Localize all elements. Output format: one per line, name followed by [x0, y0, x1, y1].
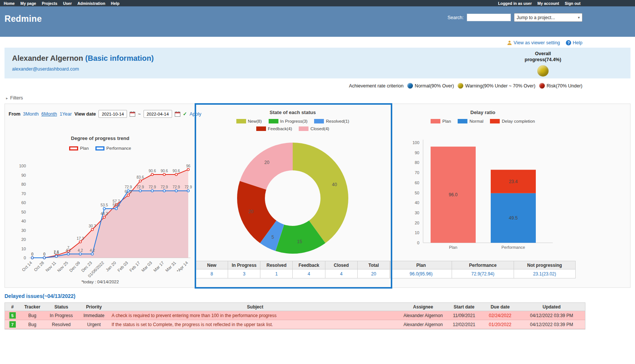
closed-swatch-icon [299, 126, 308, 131]
overall-progress: Overall progress(74.4%) [520, 51, 566, 77]
top-menu-right: Logged in as user My account Sign out [498, 1, 631, 6]
app-header: Redmine Search: Jump to a project... ▾ [0, 6, 635, 37]
delay-header-not-progressing: Not progressing [514, 261, 576, 269]
delay-value-not-progressing[interactable]: 23.1(23.02) [514, 269, 576, 278]
status-header-feedback: Feedback [293, 261, 325, 269]
menu-administration[interactable]: Administration [77, 1, 105, 6]
issue-subject-link[interactable]: A check is required to prevent entering … [110, 311, 400, 320]
menu-help[interactable]: Help [111, 1, 119, 6]
help-label: Help [573, 40, 582, 45]
range-1year-link[interactable]: 1Year [60, 111, 72, 117]
svg-text:20: 20 [415, 221, 419, 225]
view-as-viewer-link[interactable]: View as viewer setting [507, 40, 560, 45]
svg-text:0: 0 [43, 252, 45, 256]
basic-information-label: (Basic information) [85, 54, 154, 62]
help-icon: ? [566, 40, 571, 45]
status-value-feedback[interactable]: 4 [293, 269, 325, 278]
status-value-closed[interactable]: 4 [325, 269, 358, 278]
overall-progress-indicator [537, 65, 549, 77]
status-value-resolved[interactable]: 1 [260, 269, 293, 278]
svg-text:20: 20 [265, 160, 270, 165]
status-value-total[interactable]: 20 [358, 269, 390, 278]
menu-user[interactable]: User [63, 1, 72, 6]
svg-text:Mar 17: Mar 17 [153, 260, 165, 273]
issue-tracker: Bug [20, 311, 45, 320]
normal-dot-icon [407, 83, 413, 89]
view-as-viewer-label: View as viewer setting [514, 40, 560, 45]
issue-priority: Immediate [78, 311, 110, 320]
svg-text:Jan 20: Jan 20 [105, 260, 117, 272]
legend-new-label: New(8) [248, 119, 262, 123]
svg-text:100: 100 [413, 140, 419, 145]
user-full-name: Alexander Algernon [12, 54, 83, 62]
svg-text:72.9: 72.9 [160, 185, 168, 189]
svg-text:53.5: 53.5 [101, 203, 108, 207]
svg-text:72.9: 72.9 [137, 185, 144, 189]
svg-text:100: 100 [19, 164, 26, 168]
calendar-icon[interactable] [130, 111, 135, 117]
menu-sign-out[interactable]: Sign out [565, 1, 581, 6]
col-header-start-date: Start date [446, 303, 482, 311]
date-from-input[interactable] [98, 110, 127, 118]
svg-text:0: 0 [31, 252, 33, 256]
calendar-icon[interactable] [175, 111, 180, 117]
svg-text:Nov 11: Nov 11 [45, 260, 57, 273]
status-value-in-progress[interactable]: 3 [228, 269, 260, 278]
issue-id-badge[interactable]: 5 [9, 312, 16, 319]
date-to-input[interactable] [144, 110, 172, 118]
project-jump-select[interactable]: Jump to a project... ▾ [514, 13, 582, 22]
issue-id-badge[interactable]: 7 [9, 321, 16, 328]
svg-text:Plan: Plan [449, 245, 457, 250]
issue-due-date: 01/20/2022 [482, 320, 518, 329]
performance-swatch-icon [95, 146, 104, 150]
range-3month-link[interactable]: 3Month [23, 111, 39, 117]
bar-normal-swatch-icon [458, 119, 467, 123]
issue-status: In Progress [45, 311, 78, 320]
legend-in-progress: In Progress(3) [269, 119, 308, 123]
svg-text:30: 30 [21, 228, 26, 233]
issue-id-cell: 7 [5, 320, 20, 329]
menu-projects[interactable]: Projects [42, 1, 57, 6]
menu-home[interactable]: Home [4, 1, 15, 6]
menu-my-page[interactable]: My page [20, 1, 36, 6]
today-footnote: *today : 04/14/2022 [5, 280, 195, 284]
bar-chart-legend: Plan Normal Delay completion [390, 119, 576, 123]
progress-trend-chart: 0102030405060708090100Oct 14Oct 28Nov 11… [6, 153, 194, 278]
status-summary-table: New In Progress Resolved Feedback Closed… [195, 261, 390, 278]
delay-value-performance[interactable]: 72.9(72.94) [452, 269, 514, 278]
svg-text:40: 40 [332, 182, 337, 187]
svg-text:90.6: 90.6 [148, 169, 156, 173]
svg-text:Feb 17: Feb 17 [129, 260, 141, 273]
status-header-resolved: Resolved [260, 261, 293, 269]
svg-text:40: 40 [21, 219, 26, 223]
legend-delay-completion: Delay completion [490, 119, 535, 123]
feedback-swatch-icon [256, 126, 266, 131]
issue-priority: Urgent [78, 320, 110, 329]
delay-ratio-column: Delay ratio Plan Normal Delay completion… [390, 104, 576, 287]
range-6month-link[interactable]: 6Month [41, 111, 57, 117]
menu-my-account[interactable]: My account [537, 1, 559, 6]
filters-toggle[interactable]: ▸ Filters [0, 92, 635, 104]
criterion-normal-label: Normal(90% Over) [415, 83, 454, 89]
delay-value-plan[interactable]: 96.0(95.96) [390, 269, 452, 278]
legend-new: New(8) [236, 119, 262, 123]
legend-feedback: Feedback(4) [256, 126, 292, 131]
delay-summary-table: Plan Performance Not progressing 96.0(95… [390, 261, 576, 278]
issue-subject-link[interactable]: If the status is set to Complete, the pr… [110, 320, 400, 329]
status-donut-chart: 401552020 [195, 137, 390, 256]
user-email-link[interactable]: alexander@userdashboard.com [12, 66, 79, 72]
delay-completion-swatch-icon [490, 119, 500, 123]
legend-resolved: Resolved(1) [314, 119, 349, 123]
svg-text:0: 0 [417, 241, 419, 245]
svg-text:96.0: 96.0 [449, 192, 458, 197]
svg-text:80: 80 [415, 160, 419, 165]
help-link[interactable]: ? Help [566, 40, 582, 45]
project-jump-value: Jump to a project... [517, 15, 555, 20]
expander-arrow-icon: ▸ [6, 96, 8, 100]
status-value-new[interactable]: 8 [196, 269, 228, 278]
issue-start-date: 11/09/2021 [446, 311, 482, 320]
search-input[interactable] [467, 14, 511, 21]
criterion-normal: Normal(90% Over) [407, 83, 454, 89]
legend-feedback-label: Feedback(4) [268, 126, 292, 131]
dashboard-charts-panel: From 3Month 6Month 1Year View date ~ ✓ A… [5, 104, 630, 288]
